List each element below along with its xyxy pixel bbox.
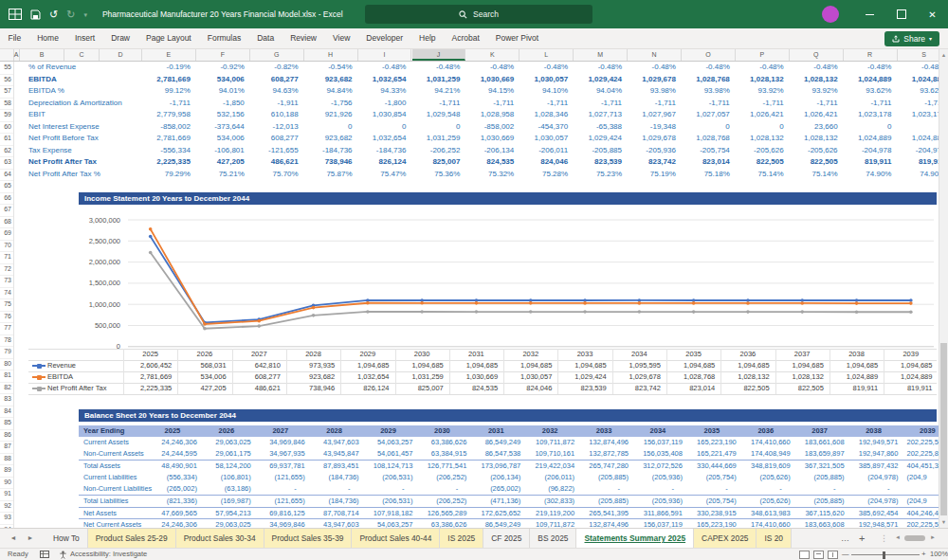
cell[interactable]: 192,948,571 xyxy=(849,519,903,528)
cell[interactable]: - xyxy=(417,483,471,495)
cell[interactable]: 93.62% xyxy=(844,85,898,98)
column-header-N[interactable]: N xyxy=(628,49,682,61)
column-header-K[interactable]: K xyxy=(465,49,520,61)
cell[interactable]: 93.98% xyxy=(682,85,736,98)
balance-sheet-year[interactable]: 2033 xyxy=(579,425,633,438)
cell[interactable]: 1,031,259 xyxy=(411,133,465,145)
cell[interactable]: -1,711 xyxy=(790,98,844,110)
cell[interactable]: - xyxy=(633,483,687,495)
ribbon-tab-home[interactable]: Home xyxy=(29,28,67,48)
row-header-86[interactable]: 86 xyxy=(0,429,13,443)
row-header-93[interactable]: 93 xyxy=(0,512,13,525)
cell[interactable]: -1,711 xyxy=(682,98,736,110)
cell[interactable]: -121,655 xyxy=(250,145,304,157)
cell[interactable]: -0.54% xyxy=(304,62,358,74)
column-header-P[interactable]: P xyxy=(736,49,790,61)
cell[interactable]: 2,781,669 xyxy=(142,133,196,145)
accessibility-status[interactable]: Accessibility: Investigate xyxy=(70,549,147,560)
balance-sheet-year[interactable]: 2025 xyxy=(148,425,202,438)
cell[interactable]: 63,386,626 xyxy=(417,437,471,448)
cell[interactable]: - xyxy=(687,483,741,495)
cell[interactable]: -454,370 xyxy=(520,121,574,134)
row-header-66[interactable]: 66 xyxy=(0,192,13,206)
row-header-85[interactable]: 85 xyxy=(0,417,13,430)
cell[interactable]: 1,024,889 xyxy=(844,133,898,145)
cell[interactable]: 1,029,424 xyxy=(574,74,628,86)
cell[interactable]: 54,063,257 xyxy=(364,519,418,528)
cell[interactable]: - xyxy=(849,483,903,495)
cell[interactable]: 79.29% xyxy=(142,169,196,181)
cell[interactable]: 93.92% xyxy=(790,85,844,98)
cell[interactable]: 532,156 xyxy=(196,109,250,121)
balance-sheet-year[interactable]: 2034 xyxy=(633,425,687,438)
column-header-B[interactable]: B xyxy=(20,49,64,61)
cell[interactable]: 738,946 xyxy=(304,156,358,169)
cell[interactable]: 94.84% xyxy=(304,85,358,98)
balance-sheet-year[interactable]: 2031 xyxy=(471,425,525,438)
cell[interactable]: (204,978) xyxy=(849,472,903,483)
cell[interactable]: 1,029,424 xyxy=(574,133,628,145)
sheet-nav-right-icon[interactable]: ► xyxy=(23,529,38,548)
cell[interactable]: 174,410,660 xyxy=(741,437,795,448)
cell[interactable]: -204,978 xyxy=(844,145,898,157)
balance-sheet-year[interactable]: 2036 xyxy=(741,425,795,438)
cell[interactable]: -184,736 xyxy=(304,145,358,157)
cell[interactable]: -1,756 xyxy=(304,98,358,110)
cell[interactable]: 1,028,768 xyxy=(682,74,736,86)
balance-sheet-header-row[interactable]: Year Ending20252026202720282029203020312… xyxy=(79,425,948,438)
cell[interactable]: -206,134 xyxy=(465,145,520,157)
cell[interactable]: - xyxy=(256,483,310,495)
cell[interactable]: -19,348 xyxy=(628,121,682,134)
column-header-I[interactable]: I xyxy=(358,49,412,61)
worksheet-grid[interactable]: ABCDEFGHIJKLMNOPQRS 55565758596061626364… xyxy=(0,49,948,528)
cell[interactable]: (184,736) xyxy=(310,472,364,483)
cell[interactable]: 826,124 xyxy=(358,156,412,169)
sheet-tab-cf-2025[interactable]: CF 2025 xyxy=(483,529,530,548)
cell[interactable]: 2,225,335 xyxy=(142,156,196,169)
cell[interactable]: 1,028,132 xyxy=(736,133,790,145)
cell[interactable]: 0 xyxy=(358,121,412,134)
cell[interactable]: 1,023,178 xyxy=(844,109,898,121)
cell[interactable]: (556,334) xyxy=(148,472,202,483)
cell[interactable]: 608,277 xyxy=(250,74,304,86)
cell[interactable]: -205,626 xyxy=(736,145,790,157)
cell[interactable]: (205,936) xyxy=(633,472,687,483)
column-header-Q[interactable]: Q xyxy=(790,49,844,61)
cell[interactable]: 132,872,785 xyxy=(579,448,633,460)
scroll-up-icon[interactable]: ▲ xyxy=(939,49,948,61)
tab-splitter-handle[interactable]: ⋮ xyxy=(880,529,888,548)
cell[interactable]: 34,969,846 xyxy=(256,519,310,528)
page-break-view-icon[interactable] xyxy=(828,551,838,559)
cell[interactable]: 109,711,872 xyxy=(525,519,579,528)
cell[interactable]: -206,252 xyxy=(411,145,465,157)
cell[interactable]: -556,334 xyxy=(142,145,196,157)
cell[interactable]: (206,531) xyxy=(364,472,418,483)
cell[interactable]: 0 xyxy=(682,121,736,134)
ribbon-tab-power-pivot[interactable]: Power Pivot xyxy=(487,28,546,48)
cell[interactable]: 24,246,306 xyxy=(148,519,202,528)
cell[interactable]: -0.48% xyxy=(628,62,682,74)
column-header-M[interactable]: M xyxy=(574,49,628,61)
cell[interactable]: (205,754) xyxy=(687,472,741,483)
column-header-E[interactable]: E xyxy=(142,49,196,61)
cell[interactable]: 1,027,713 xyxy=(574,109,628,121)
row-header-89[interactable]: 89 xyxy=(0,464,13,478)
cell[interactable]: 1,026,421 xyxy=(790,109,844,121)
undo-icon[interactable]: ↺ xyxy=(49,9,58,20)
cell[interactable]: 1,028,132 xyxy=(790,74,844,86)
row-header-92[interactable]: 92 xyxy=(0,500,13,514)
cell[interactable]: (106,801) xyxy=(202,472,256,483)
cell[interactable]: 99.12% xyxy=(142,85,196,98)
cell[interactable]: 2,781,669 xyxy=(142,74,196,86)
cell[interactable]: 75.19% xyxy=(628,169,682,181)
cell[interactable]: -205,885 xyxy=(574,145,628,157)
row-header-58[interactable]: 58 xyxy=(0,98,13,111)
cell[interactable]: -0.48% xyxy=(358,62,412,74)
save-icon[interactable] xyxy=(30,9,41,20)
cell[interactable]: -206,011 xyxy=(520,145,574,157)
cell[interactable]: 1,030,854 xyxy=(358,109,412,121)
vertical-scrollbar-thumb[interactable] xyxy=(940,343,947,515)
more-sheets-button[interactable]: … xyxy=(841,529,849,548)
cell[interactable]: 86,549,249 xyxy=(471,437,525,448)
zoom-in-icon[interactable]: + xyxy=(921,549,926,560)
